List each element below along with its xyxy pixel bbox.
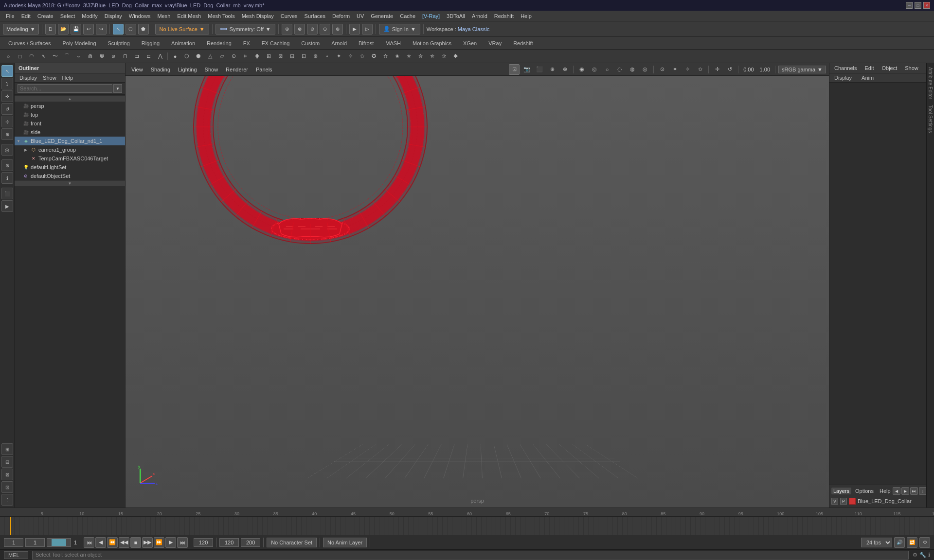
vp-icon-move[interactable]: ✛ <box>712 64 722 75</box>
minimize-button[interactable]: ─ <box>906 2 913 9</box>
tool-square[interactable]: □ <box>15 51 25 62</box>
tab-custom[interactable]: Custom <box>296 38 325 48</box>
tab-fx-caching[interactable]: FX Caching <box>256 38 295 48</box>
layout4-btn[interactable]: ⋮ <box>1 494 13 506</box>
menu-curves[interactable]: Curves <box>278 12 301 20</box>
tool-nurbs3[interactable]: ⊞ <box>263 51 274 62</box>
lasso-tool[interactable]: ⤵ <box>1 78 13 89</box>
menu-mesh-tools[interactable]: Mesh Tools <box>205 12 237 20</box>
snap4-btn[interactable]: ⊙ <box>320 24 330 35</box>
outliner-item-lightset[interactable]: 💡 defaultLightSet <box>15 163 125 172</box>
vp-icon-camera[interactable]: 📷 <box>521 64 532 75</box>
snap-align-tool[interactable]: ⊛ <box>1 159 13 171</box>
sound-btn[interactable]: 🔊 <box>894 537 905 548</box>
outliner-item-side[interactable]: 🎥 side <box>15 128 125 137</box>
help-tab[interactable]: Help <box>878 488 893 494</box>
scale-tool[interactable]: ⊹ <box>1 116 13 127</box>
command-input[interactable]: Select Tool: select an object <box>32 551 909 560</box>
tool-curve4[interactable]: ⌣ <box>73 51 84 62</box>
outliner-scroll-down[interactable]: ▼ <box>15 180 125 186</box>
tool-torus[interactable]: ⊙ <box>228 51 239 62</box>
range-end2-input[interactable] <box>219 538 239 547</box>
outliner-item-objectset[interactable]: ⊘ defaultObjectSet <box>15 172 125 180</box>
outliner-scroll-up[interactable]: ▲ <box>15 96 125 102</box>
lasso-btn[interactable]: ⬡ <box>126 24 136 35</box>
tool-nurbs19[interactable]: ✱ <box>450 51 461 62</box>
rotate-tool[interactable]: ↺ <box>1 103 13 115</box>
tool-nurbs8[interactable]: ⋆ <box>322 51 332 62</box>
tool-plane[interactable]: ▱ <box>216 51 227 62</box>
layout2-btn[interactable]: ⊠ <box>1 469 13 480</box>
menu-edit[interactable]: Edit <box>18 12 34 20</box>
select-tool-btn[interactable]: ↖ <box>113 24 124 35</box>
options-tab[interactable]: Options <box>853 488 876 494</box>
menu-generate[interactable]: Generate <box>368 12 396 20</box>
layer-next-btn[interactable]: ⏭ <box>910 487 918 495</box>
skip-end-btn[interactable]: ⏭ <box>177 537 188 548</box>
channels-object[interactable]: Object <box>880 65 899 71</box>
tab-rigging[interactable]: Rigging <box>136 38 165 48</box>
viewport-menu-panels[interactable]: Panels <box>253 66 275 73</box>
vp-icon-select[interactable]: ⊡ <box>509 64 520 75</box>
menu-surfaces[interactable]: Surfaces <box>302 12 328 20</box>
play-back-btn[interactable]: ◀◀ <box>119 537 129 548</box>
menu-3dtoall[interactable]: 3DToAll <box>444 12 468 20</box>
tab-bifrost[interactable]: Bifrost <box>353 38 379 48</box>
end-playback-input[interactable] <box>194 538 213 547</box>
close-button[interactable]: ✕ <box>923 2 930 9</box>
tab-xgen[interactable]: XGen <box>458 38 482 48</box>
vp-icon-render1[interactable]: ◉ <box>576 64 587 75</box>
menu-mesh-display[interactable]: Mesh Display <box>239 12 277 20</box>
channels-label[interactable]: Channels <box>832 65 859 71</box>
channels-show[interactable]: Show <box>903 65 920 71</box>
tool-nurbs5[interactable]: ⊟ <box>287 51 297 62</box>
no-anim-layer-btn[interactable]: No Anim Layer <box>323 538 367 547</box>
layout-btn[interactable]: ⊟ <box>1 456 13 468</box>
time-scrubber[interactable] <box>0 517 934 535</box>
grid-btn[interactable]: ⊞ <box>1 443 13 455</box>
tool-nurbs2[interactable]: ⋕ <box>251 51 262 62</box>
viewport-menu-show[interactable]: Show <box>202 66 221 73</box>
play-fwd-btn[interactable]: ▶▶ <box>142 537 153 548</box>
viewport-menu-view[interactable]: View <box>128 66 146 73</box>
menu-help[interactable]: Help <box>518 12 535 20</box>
no-character-set-btn[interactable]: No Character Set <box>267 538 317 547</box>
snap1-btn[interactable]: ⊕ <box>282 24 292 35</box>
tab-arnold[interactable]: Arnold <box>326 38 352 48</box>
next-frame-btn[interactable]: ▶ <box>165 537 176 548</box>
tab-curves-surfaces[interactable]: Curves / Surfaces <box>3 38 56 48</box>
vp-icon-render5[interactable]: ◍ <box>627 64 638 75</box>
menu-select[interactable]: Select <box>57 12 78 20</box>
viewport-menu-renderer[interactable]: Renderer <box>223 66 251 73</box>
outliner-display-menu[interactable]: Display <box>18 74 39 81</box>
vp-icon-light2[interactable]: ✦ <box>669 64 680 75</box>
vp-icon-zoom[interactable]: ⊗ <box>559 64 570 75</box>
range-start-input[interactable] <box>4 538 23 547</box>
tool-nurbs16[interactable]: ✮ <box>415 51 426 62</box>
menu-vray[interactable]: [V-Ray] <box>419 12 443 20</box>
outliner-item-collar-group[interactable]: ▼ ◈ Blue_LED_Dog_Collar_nd1_1 <box>15 137 125 145</box>
no-live-surface-btn[interactable]: No Live Surface ▼ <box>155 24 209 35</box>
open-scene-btn[interactable]: 📂 <box>58 24 69 35</box>
prev-frame-btn[interactable]: ◀ <box>95 537 106 548</box>
menu-modify[interactable]: Modify <box>79 12 100 20</box>
symmetry-btn[interactable]: ⟺ Symmetry: Off ▼ <box>216 24 275 35</box>
tool-cube[interactable]: ⬡ <box>181 51 192 62</box>
tab-poly-modeling[interactable]: Poly Modeling <box>57 38 101 48</box>
layer-visibility[interactable]: V <box>831 498 838 505</box>
snap5-btn[interactable]: ⊚ <box>332 24 343 35</box>
vp-icon-pan[interactable]: ⊕ <box>547 64 557 75</box>
vp-icon-render6[interactable]: ◎ <box>640 64 650 75</box>
tool-curve8[interactable]: ⊓ <box>120 51 130 62</box>
outliner-item-front[interactable]: 🎥 front <box>15 119 125 128</box>
tool-curve1[interactable]: ∿ <box>38 51 49 62</box>
menu-deform[interactable]: Deform <box>329 12 353 20</box>
select-tool[interactable]: ↖ <box>1 65 13 77</box>
snap2-btn[interactable]: ⊗ <box>294 24 305 35</box>
fps-dropdown[interactable]: 24 fps 30 fps 60 fps <box>861 538 892 547</box>
new-scene-btn[interactable]: 🗋 <box>45 24 56 35</box>
tool-curve11[interactable]: ⋀ <box>155 51 165 62</box>
move-tool[interactable]: ✛ <box>1 90 13 102</box>
attr-editor-label[interactable]: Attribute Editor <box>927 64 934 102</box>
tool-arc[interactable]: ◠ <box>26 51 37 62</box>
